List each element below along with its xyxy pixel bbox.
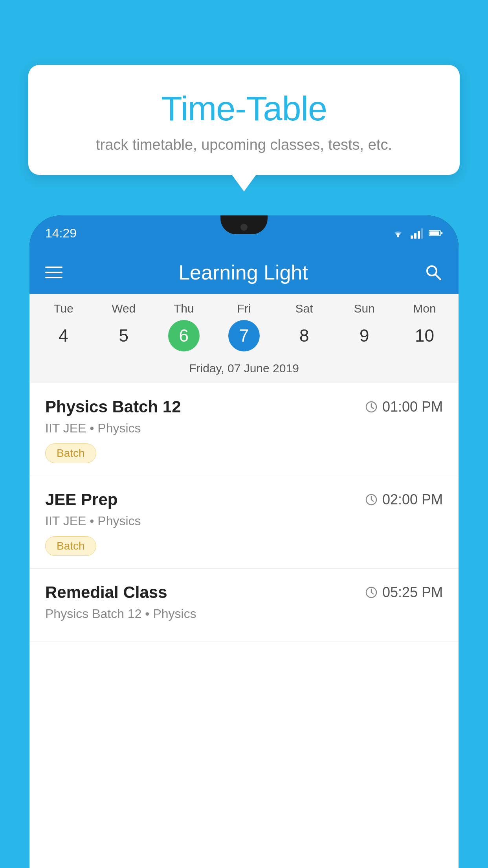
svg-rect-6 [429, 232, 439, 235]
svg-line-12 [371, 407, 373, 408]
day-number[interactable]: 7 [228, 320, 260, 351]
schedule-title: Remedial Class [45, 583, 167, 602]
app-title: Learning Light [178, 261, 308, 284]
day-cell[interactable]: Thu6 [158, 302, 209, 351]
day-label: Fri [237, 302, 251, 315]
svg-rect-7 [441, 232, 443, 234]
camera-dot [240, 224, 248, 231]
svg-rect-2 [414, 233, 416, 239]
svg-line-9 [435, 274, 440, 280]
day-label: Wed [112, 302, 136, 315]
schedule-title: JEE Prep [45, 490, 117, 509]
day-cell[interactable]: Tue4 [38, 302, 89, 351]
phone-frame: 14:29 [29, 215, 459, 868]
schedule-item[interactable]: JEE Prep 02:00 PM IIT JEE • Physics Batc… [29, 476, 459, 569]
day-number[interactable]: 8 [288, 320, 320, 351]
batch-badge: Batch [45, 443, 96, 463]
schedule-title: Physics Batch 12 [45, 397, 181, 416]
day-label: Tue [53, 302, 73, 315]
status-time: 14:29 [45, 226, 77, 241]
day-cell[interactable]: Sat8 [279, 302, 330, 351]
phone-screen: Learning Light Tue4Wed5Thu6Fri7Sat8Sun9M… [29, 251, 459, 868]
day-number[interactable]: 6 [168, 320, 200, 351]
clock-icon [365, 401, 378, 413]
tooltip-title: Time-Table [48, 88, 440, 129]
day-cell[interactable]: Fri7 [218, 302, 270, 351]
schedule-list: Physics Batch 12 01:00 PM IIT JEE • Phys… [29, 383, 459, 642]
schedule-sub: IIT JEE • Physics [45, 421, 443, 436]
tooltip-subtitle: track timetable, upcoming classes, tests… [48, 136, 440, 153]
svg-rect-4 [421, 228, 423, 239]
notch [220, 215, 268, 234]
battery-icon [429, 229, 443, 237]
menu-icon[interactable] [45, 267, 62, 278]
batch-badge: Batch [45, 536, 96, 556]
day-number[interactable]: 9 [349, 320, 380, 351]
day-label: Thu [174, 302, 194, 315]
calendar-strip: Tue4Wed5Thu6Fri7Sat8Sun9Mon10 Friday, 07… [29, 294, 459, 383]
days-row: Tue4Wed5Thu6Fri7Sat8Sun9Mon10 [29, 302, 459, 351]
day-number[interactable]: 10 [409, 320, 440, 351]
tooltip-card: Time-Table track timetable, upcoming cla… [28, 65, 460, 175]
schedule-item-header: Physics Batch 12 01:00 PM [45, 397, 443, 416]
wifi-icon [391, 228, 405, 239]
clock-icon [365, 493, 378, 506]
day-number[interactable]: 4 [48, 320, 79, 351]
day-label: Sat [295, 302, 313, 315]
day-cell[interactable]: Sun9 [339, 302, 390, 351]
clock-icon [365, 586, 378, 599]
svg-line-18 [371, 592, 373, 594]
schedule-item[interactable]: Remedial Class 05:25 PM Physics Batch 12… [29, 569, 459, 642]
schedule-time: 02:00 PM [365, 491, 443, 508]
selected-date-label: Friday, 07 June 2019 [29, 355, 459, 383]
schedule-sub: Physics Batch 12 • Physics [45, 607, 443, 621]
schedule-item-header: JEE Prep 02:00 PM [45, 490, 443, 509]
svg-rect-1 [411, 235, 413, 239]
schedule-time: 05:25 PM [365, 584, 443, 601]
day-cell[interactable]: Mon10 [399, 302, 450, 351]
day-label: Mon [413, 302, 436, 315]
status-bar: 14:29 [29, 215, 459, 251]
day-number[interactable]: 5 [108, 320, 139, 351]
day-cell[interactable]: Wed5 [98, 302, 149, 351]
schedule-item[interactable]: Physics Batch 12 01:00 PM IIT JEE • Phys… [29, 383, 459, 476]
svg-rect-3 [418, 231, 420, 239]
svg-line-15 [371, 500, 373, 501]
schedule-item-header: Remedial Class 05:25 PM [45, 583, 443, 602]
day-label: Sun [354, 302, 375, 315]
search-icon[interactable] [424, 263, 443, 282]
app-header: Learning Light [29, 251, 459, 294]
status-icons [391, 228, 443, 239]
schedule-sub: IIT JEE • Physics [45, 514, 443, 528]
schedule-time: 01:00 PM [365, 399, 443, 415]
signal-icon [411, 228, 423, 239]
svg-point-0 [397, 235, 399, 237]
